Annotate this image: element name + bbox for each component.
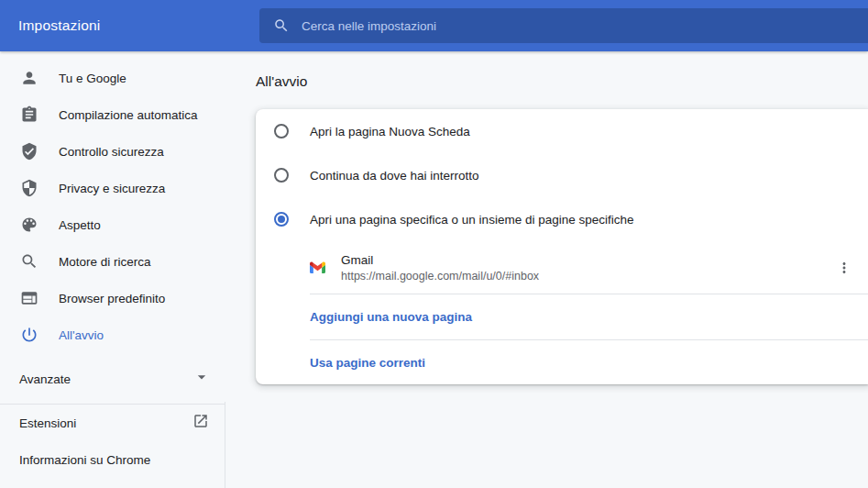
startup-page-url: https://mail.google.com/mail/u/0/#inbox [341,270,833,283]
add-new-page-button[interactable]: Aggiungi una nuova pagina [256,294,868,339]
sidebar-item-browser-predefinito[interactable]: Browser predefinito [0,280,225,316]
settings-toolbar: Impostazioni [0,0,868,51]
on-startup-card: Apri la pagina Nuova Scheda Continua da … [256,109,868,384]
open-in-new-icon [192,413,209,433]
radio-unselected[interactable] [274,168,289,183]
add-new-page-label: Aggiungi una nuova pagina [310,310,472,324]
sidebar-item-allavvio[interactable]: All'avvio [0,316,225,353]
option-label: Apri la pagina Nuova Scheda [310,125,470,139]
page-title: Impostazioni [18,17,100,34]
settings-page: Tu e Google Compilazione automatica Cont… [0,51,868,488]
settings-sidebar: Tu e Google Compilazione automatica Cont… [0,51,225,488]
section-title: All'avvio [256,73,868,90]
sidebar-item-estensioni[interactable]: Estensioni [0,405,225,441]
more-vert-icon [836,260,852,276]
sidebar-item-controllo-sicurezza[interactable]: Controllo sicurezza [0,133,225,170]
sidebar-item-compilazione-automatica[interactable]: Compilazione automatica [0,96,225,133]
sidebar-item-label: Compilazione automatica [59,108,198,122]
option-continue-where-left-off[interactable]: Continua da dove hai interrotto [256,153,868,197]
startup-page-row: Gmail https://mail.google.com/mail/u/0/#… [256,241,868,294]
option-label: Continua da dove hai interrotto [310,169,479,183]
browser-icon [20,289,38,307]
option-open-new-tab[interactable]: Apri la pagina Nuova Scheda [256,109,868,153]
sidebar-item-tu-e-google[interactable]: Tu e Google [0,60,225,96]
use-current-pages-button[interactable]: Usa pagine correnti [256,340,868,384]
sidebar-item-label: Browser predefinito [59,292,165,305]
search-engine-icon [20,252,38,271]
page-options-button[interactable] [833,257,855,279]
sidebar-item-aspetto[interactable]: Aspetto [0,206,225,243]
startup-page-title: Gmail [341,253,833,267]
sidebar-item-avanzate[interactable]: Avanzate [0,360,225,397]
person-icon [20,69,38,87]
sidebar-item-label: Controllo sicurezza [59,145,164,159]
sidebar-item-label: Tu e Google [59,72,126,85]
search-icon [273,17,290,34]
radio-selected[interactable] [274,212,289,227]
power-icon [20,326,38,344]
safety-check-icon [20,142,38,161]
radio-unselected[interactable] [274,124,289,139]
palette-icon [20,216,38,234]
option-open-specific-pages[interactable]: Apri una pagina specifica o un insieme d… [256,197,868,241]
search-input[interactable] [302,19,868,33]
advanced-label: Avanzate [19,372,192,386]
sidebar-item-motore-di-ricerca[interactable]: Motore di ricerca [0,243,225,280]
sidebar-item-label: Aspetto [59,218,101,232]
sidebar-item-label: Motore di ricerca [59,255,151,269]
sidebar-item-informazioni-su-chrome[interactable]: Informazioni su Chrome [0,441,225,478]
sidebar-item-privacy-e-sicurezza[interactable]: Privacy e sicurezza [0,170,225,206]
chevron-down-icon [192,368,211,390]
sidebar-item-label: Estensioni [19,416,192,430]
privacy-shield-icon [20,179,38,197]
sidebar-item-label: All'avvio [59,328,104,342]
gmail-icon [310,260,325,275]
startup-page-info: Gmail https://mail.google.com/mail/u/0/#… [341,253,833,283]
settings-content: All'avvio Apri la pagina Nuova Scheda Co… [225,51,868,488]
sidebar-item-label: Privacy e sicurezza [59,182,165,195]
sidebar-item-label: Informazioni su Chrome [19,453,209,467]
settings-search-field[interactable] [259,8,868,43]
use-current-pages-label: Usa pagine correnti [310,356,425,370]
autofill-icon [20,105,38,124]
option-label: Apri una pagina specifica o un insieme d… [310,213,633,227]
